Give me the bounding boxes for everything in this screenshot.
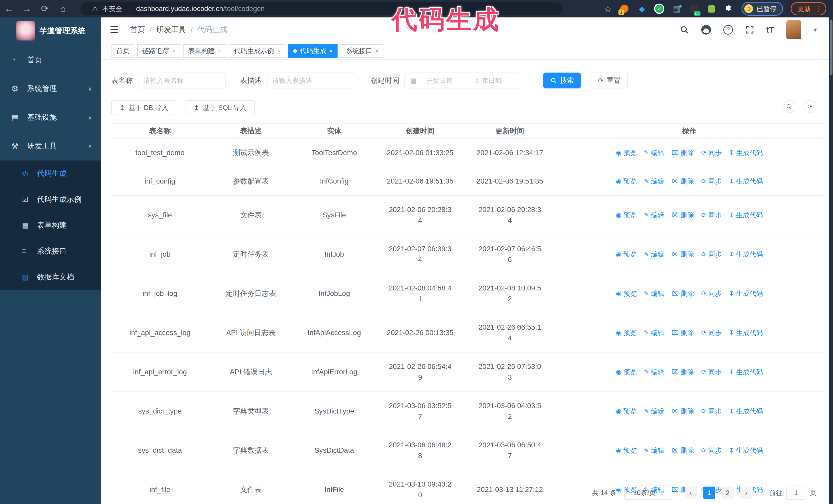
action-delete-link[interactable]: ⌧删除 xyxy=(671,368,694,377)
back-icon[interactable]: ← xyxy=(0,3,18,14)
breadcrumb-dev-tools[interactable]: 研发工具 xyxy=(156,25,186,35)
action-preview-link[interactable]: ◉预览 xyxy=(616,177,637,186)
table-desc-input[interactable] xyxy=(266,73,354,89)
action-sync-link[interactable]: ⟳同步 xyxy=(701,148,722,158)
extension-grid-icon[interactable]: ▦◆ xyxy=(672,4,682,14)
sql-import-button[interactable]: ↥ 基于 SQL 导入 xyxy=(186,100,255,115)
action-edit-link[interactable]: ✎编辑 xyxy=(644,250,664,259)
tab-tracing[interactable]: 链路追踪× xyxy=(137,44,180,58)
action-edit-link[interactable]: ✎编辑 xyxy=(644,407,664,416)
action-edit-link[interactable]: ✎编辑 xyxy=(644,177,664,186)
action-delete-link[interactable]: ⌧删除 xyxy=(671,177,694,186)
start-date-placeholder[interactable]: 开始日期 xyxy=(421,76,459,85)
action-delete-link[interactable]: ⌧删除 xyxy=(671,446,694,455)
fullscreen-icon[interactable] xyxy=(745,25,754,34)
action-delete-link[interactable]: ⌧删除 xyxy=(671,211,694,220)
tab-codegen-example[interactable]: 代码生成示例× xyxy=(229,44,285,58)
action-generate-link[interactable]: ↧生成代码 xyxy=(729,289,763,298)
sidebar-item-dev-tools[interactable]: ⚒ 研发工具 ∧ xyxy=(0,132,101,161)
action-sync-link[interactable]: ⟳同步 xyxy=(701,250,722,259)
page-button-1[interactable]: 1 xyxy=(703,486,715,499)
action-generate-link[interactable]: ↧生成代码 xyxy=(729,250,763,259)
action-generate-link[interactable]: ↧生成代码 xyxy=(729,148,763,158)
github-icon[interactable] xyxy=(701,25,711,34)
sidebar-item-form-builder[interactable]: ▦ 表单构建 xyxy=(0,212,101,238)
kebab-menu-icon[interactable]: ⋮ xyxy=(815,5,822,13)
hamburger-menu-icon[interactable]: ☰ xyxy=(110,24,119,35)
date-range-picker[interactable]: ▦ 开始日期 - 结束日期 xyxy=(404,73,520,89)
sidebar-item-infrastructure[interactable]: ▤ 基础设施 ∨ xyxy=(0,103,101,132)
extension-diamond-icon[interactable]: ◆ xyxy=(637,4,647,14)
window-scrollbar[interactable] xyxy=(829,18,833,504)
font-size-icon[interactable]: tT xyxy=(766,25,774,34)
action-edit-link[interactable]: ✎编辑 xyxy=(644,289,664,298)
action-delete-link[interactable]: ⌧删除 xyxy=(671,148,694,158)
action-sync-link[interactable]: ⟳同步 xyxy=(701,407,722,416)
action-preview-link[interactable]: ◉预览 xyxy=(616,329,637,337)
action-delete-link[interactable]: ⌧删除 xyxy=(671,250,694,259)
sidebar-item-system-management[interactable]: ⚙ 系统管理 ∨ xyxy=(0,74,101,103)
close-icon[interactable]: × xyxy=(375,48,379,54)
action-preview-link[interactable]: ◉预览 xyxy=(616,368,637,377)
action-sync-link[interactable]: ⟳同步 xyxy=(701,446,722,455)
close-icon[interactable]: × xyxy=(277,48,280,54)
close-icon[interactable]: × xyxy=(218,48,221,54)
logo[interactable]: 芋道管理系统 xyxy=(0,18,101,44)
page-size-select[interactable]: 10条/页 ∨ xyxy=(624,485,673,500)
tab-home[interactable]: 首页 xyxy=(111,44,134,58)
close-icon[interactable]: × xyxy=(330,48,333,54)
tab-form-builder[interactable]: 表单构建× xyxy=(183,44,226,58)
action-sync-link[interactable]: ⟳同步 xyxy=(701,329,722,337)
action-generate-link[interactable]: ↧生成代码 xyxy=(729,177,763,186)
avatar-caret-icon[interactable]: ▾ xyxy=(813,26,817,34)
search-icon[interactable] xyxy=(680,25,689,34)
end-date-placeholder[interactable]: 结束日期 xyxy=(469,76,508,85)
action-sync-link[interactable]: ⟳同步 xyxy=(701,211,722,220)
close-icon[interactable]: × xyxy=(172,48,175,54)
action-sync-link[interactable]: ⟳同步 xyxy=(701,368,722,377)
sidebar-item-home[interactable]: ◔ 首页 xyxy=(0,46,101,74)
search-button[interactable]: 搜索 xyxy=(543,73,581,89)
profile-paused-badge[interactable]: ☺ 已暂停 xyxy=(741,2,783,16)
home-icon[interactable]: ⌂ xyxy=(54,3,72,14)
action-sync-link[interactable]: ⟳同步 xyxy=(701,177,722,186)
toggle-search-button[interactable] xyxy=(783,100,795,113)
action-preview-link[interactable]: ◉预览 xyxy=(616,289,637,298)
forward-icon[interactable]: → xyxy=(18,3,36,14)
extension-orange-icon[interactable]: 1 xyxy=(619,4,629,14)
action-delete-link[interactable]: ⌧删除 xyxy=(671,289,694,298)
tab-codegen[interactable]: 代码生成× xyxy=(288,44,338,58)
action-edit-link[interactable]: ✎编辑 xyxy=(644,211,664,220)
sidebar-item-codegen-example[interactable]: ☑ 代码生成示例 xyxy=(0,186,101,212)
breadcrumb-home[interactable]: 首页 xyxy=(130,25,145,35)
action-generate-link[interactable]: ↧生成代码 xyxy=(729,329,763,337)
action-generate-link[interactable]: ↧生成代码 xyxy=(729,407,763,416)
action-delete-link[interactable]: ⌧删除 xyxy=(671,329,694,337)
next-page-button[interactable]: › xyxy=(740,486,752,499)
action-edit-link[interactable]: ✎编辑 xyxy=(644,446,664,455)
action-preview-link[interactable]: ◉预览 xyxy=(616,148,637,158)
user-avatar[interactable] xyxy=(786,20,801,39)
action-preview-link[interactable]: ◉预览 xyxy=(616,446,637,455)
action-generate-link[interactable]: ↧生成代码 xyxy=(729,211,763,220)
action-edit-link[interactable]: ✎编辑 xyxy=(644,329,664,337)
refresh-table-button[interactable]: ⟳ xyxy=(804,100,816,113)
reload-icon[interactable]: ⟳ xyxy=(36,3,54,14)
sidebar-item-database-doc[interactable]: ▥ 数据库文档 xyxy=(0,264,101,290)
action-delete-link[interactable]: ⌧删除 xyxy=(671,407,694,416)
extension-check-icon[interactable]: ✓ xyxy=(654,4,664,14)
action-generate-link[interactable]: ↧生成代码 xyxy=(729,446,763,455)
action-sync-link[interactable]: ⟳同步 xyxy=(701,289,722,298)
bookmark-star-icon[interactable]: ☆ xyxy=(604,4,612,14)
extension-walker-icon[interactable] xyxy=(707,4,716,14)
prev-page-button[interactable]: ‹ xyxy=(685,486,697,499)
action-edit-link[interactable]: ✎编辑 xyxy=(644,368,664,377)
tab-system-api[interactable]: 系统接口× xyxy=(341,44,383,58)
db-import-button[interactable]: ↥ 基于 DB 导入 xyxy=(111,100,176,115)
action-edit-link[interactable]: ✎编辑 xyxy=(644,148,664,158)
browser-update-button[interactable]: 更新 ⋮ xyxy=(791,2,826,16)
extensions-puzzle-icon[interactable] xyxy=(724,4,734,14)
action-preview-link[interactable]: ◉预览 xyxy=(616,250,637,259)
page-button-2[interactable]: 2 xyxy=(721,486,734,499)
extension-on-icon[interactable]: on xyxy=(689,4,699,14)
